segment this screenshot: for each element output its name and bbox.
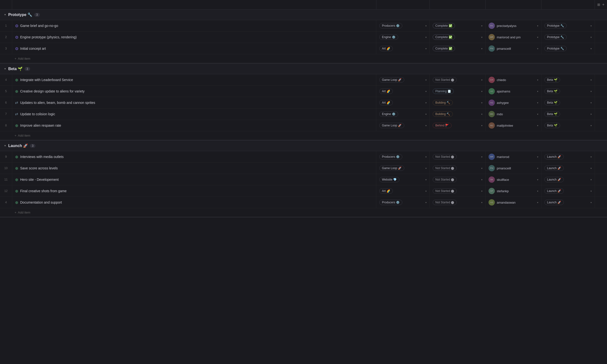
status-pill[interactable]: Building 🔨	[433, 111, 453, 117]
status-pill[interactable]: Complete ✅	[433, 34, 455, 40]
group-collapse-chevron[interactable]: ▼	[4, 67, 6, 70]
assignee-name[interactable]: preciselyalyss	[497, 24, 516, 28]
row-title-text[interactable]: Initial concept art	[20, 47, 46, 51]
area-dropdown-arrow[interactable]: ▾	[425, 201, 427, 204]
assignee-name[interactable]: mariorod	[497, 155, 509, 159]
assignee-dropdown-arrow[interactable]: ▾	[537, 156, 538, 158]
assignee-dropdown-arrow[interactable]: ▾	[537, 124, 538, 127]
status-dropdown-arrow[interactable]: ▾	[481, 36, 482, 39]
assignee-dropdown-arrow[interactable]: ▾	[537, 36, 538, 39]
milestone-dropdown-arrow[interactable]: ▾	[591, 113, 592, 116]
milestone-dropdown-arrow[interactable]: ▾	[591, 90, 592, 93]
area-pill[interactable]: Art 🌈	[379, 89, 393, 94]
assignee-name[interactable]: mariorod and pm	[497, 35, 521, 39]
row-title-text[interactable]: Update to colision logic	[20, 112, 55, 116]
milestone-pill[interactable]: Beta 🌱	[544, 89, 560, 94]
status-pill[interactable]: Complete ✅	[433, 46, 455, 51]
assignee-name[interactable]: stefankp	[497, 189, 509, 193]
row-title-text[interactable]: Save score across levels	[20, 166, 58, 170]
milestone-dropdown-arrow[interactable]: ▾	[591, 124, 592, 127]
milestone-pill[interactable]: Beta 🌱	[544, 123, 560, 128]
area-dropdown-arrow[interactable]: ▾	[425, 167, 427, 170]
area-pill[interactable]: Art 🌈	[379, 46, 393, 51]
area-pill[interactable]: Website 💎	[379, 177, 399, 182]
status-dropdown-arrow[interactable]: ▾	[481, 79, 482, 81]
milestone-dropdown-arrow[interactable]: ▾	[591, 156, 592, 158]
area-dropdown-arrow[interactable]: ▾	[425, 124, 427, 127]
assignee-dropdown-arrow[interactable]: ▾	[537, 90, 538, 93]
layout-icon[interactable]: ⊞	[597, 3, 600, 7]
status-dropdown-arrow[interactable]: ▾	[481, 90, 482, 93]
assignee-name[interactable]: skullface	[497, 178, 509, 182]
status-dropdown-arrow[interactable]: ▾	[481, 47, 482, 50]
area-pill[interactable]: Producers ⚙️	[379, 200, 402, 205]
area-dropdown-arrow[interactable]: ▾	[425, 113, 427, 116]
status-pill[interactable]: Not Started ⬤	[433, 177, 457, 182]
assignee-dropdown-arrow[interactable]: ▾	[537, 47, 538, 50]
assignee-name[interactable]: pmarsceill	[497, 167, 511, 170]
status-pill[interactable]: Planning 🗒️	[433, 89, 454, 94]
assignee-dropdown-arrow[interactable]: ▾	[537, 25, 538, 27]
area-dropdown-arrow[interactable]: ▾	[425, 156, 427, 158]
status-dropdown-arrow[interactable]: ▾	[481, 178, 482, 181]
assignee-dropdown-arrow[interactable]: ▾	[537, 79, 538, 81]
milestone-pill[interactable]: Beta 🌱	[544, 77, 560, 82]
assignee-dropdown-arrow[interactable]: ▾	[537, 102, 538, 104]
area-pill[interactable]: Producers ⚙️	[379, 23, 402, 28]
row-title-text[interactable]: Documentation and support	[20, 200, 62, 204]
milestone-pill[interactable]: Launch 🚀	[544, 154, 564, 159]
assignee-name[interactable]: amandaswan	[497, 201, 515, 204]
milestone-pill[interactable]: Beta 🌱	[544, 100, 560, 105]
milestone-dropdown-arrow[interactable]: ▾	[591, 201, 592, 204]
milestone-pill[interactable]: Beta 🌱	[544, 111, 560, 117]
milestone-pill[interactable]: Launch 🚀	[544, 166, 564, 171]
status-dropdown-arrow[interactable]: ▾	[481, 167, 482, 170]
area-pill[interactable]: Producers ⚙️	[379, 154, 402, 159]
status-pill[interactable]: Not Started ⬤	[433, 188, 457, 194]
add-item-launch[interactable]: +Add item	[0, 208, 607, 217]
status-dropdown-arrow[interactable]: ▾	[481, 190, 482, 193]
milestone-pill[interactable]: Prototype 🔧	[544, 34, 567, 40]
assignee-dropdown-arrow[interactable]: ▾	[537, 178, 538, 181]
area-pill[interactable]: Game Loop 🚀	[379, 77, 404, 82]
area-pill[interactable]: Art 🌈	[379, 100, 393, 105]
status-dropdown-arrow[interactable]: ▾	[481, 201, 482, 204]
status-dropdown-arrow[interactable]: ▾	[481, 102, 482, 104]
row-title-text[interactable]: Engine prototype (physics, rendering)	[20, 35, 77, 39]
milestone-pill[interactable]: Launch 🚀	[544, 177, 564, 182]
milestone-dropdown-arrow[interactable]: ▾	[591, 178, 592, 181]
status-pill[interactable]: Building 🔨	[433, 100, 453, 105]
area-dropdown-arrow[interactable]: ▾	[425, 102, 427, 104]
row-title-text[interactable]: Final creative shots from game	[20, 189, 66, 193]
area-dropdown-arrow[interactable]: ▾	[425, 178, 427, 181]
assignee-dropdown-arrow[interactable]: ▾	[537, 201, 538, 204]
milestone-dropdown-arrow[interactable]: ▾	[591, 102, 592, 104]
assignee-name[interactable]: mattjohnlee	[497, 124, 513, 127]
area-dropdown-arrow[interactable]: ▾	[425, 90, 427, 93]
assignee-dropdown-arrow[interactable]: ▾	[537, 113, 538, 116]
area-pill[interactable]: Game Loop 🚀	[379, 166, 404, 171]
status-dropdown-arrow[interactable]: ▾	[481, 156, 482, 158]
row-title-text[interactable]: Updates to alien, beam, bomb and cannon …	[20, 101, 95, 104]
status-pill[interactable]: Not Started ⬤	[433, 200, 457, 205]
assignee-name[interactable]: pmarsceill	[497, 47, 511, 51]
area-dropdown-arrow[interactable]: ▾	[425, 25, 427, 27]
milestone-pill[interactable]: Prototype 🔧	[544, 46, 567, 51]
status-dropdown-arrow[interactable]: ▾	[481, 25, 482, 27]
row-title-text[interactable]: Creative design update to aliens for var…	[20, 89, 84, 93]
row-title-text[interactable]: Hero site - Developement	[20, 178, 59, 182]
milestone-dropdown-arrow[interactable]: ▾	[591, 167, 592, 170]
milestone-pill[interactable]: Launch 🚀	[544, 188, 564, 194]
row-title-text[interactable]: Interviews with media outlets	[20, 155, 64, 159]
milestone-dropdown-arrow[interactable]: ▾	[591, 79, 592, 81]
milestone-pill[interactable]: Launch 🚀	[544, 200, 564, 205]
area-pill[interactable]: Art 🌈	[379, 188, 393, 194]
assignee-dropdown-arrow[interactable]: ▾	[537, 190, 538, 193]
area-pill[interactable]: Engine ⚙️	[379, 34, 398, 40]
row-title-text[interactable]: Game brief and go-no-go	[20, 24, 58, 28]
assignee-name[interactable]: chiedo	[497, 78, 506, 82]
status-pill[interactable]: Complete ✅	[433, 23, 455, 28]
row-title-text[interactable]: Improve alien respawn rate	[20, 124, 61, 127]
status-pill[interactable]: Behind 🚩	[433, 123, 452, 128]
status-pill[interactable]: Not Started ⬤	[433, 154, 457, 159]
